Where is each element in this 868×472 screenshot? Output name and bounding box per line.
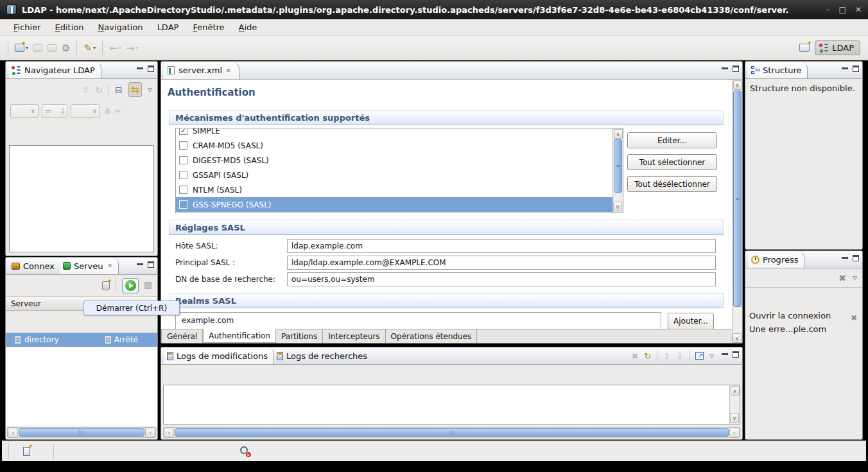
scroll-up-button[interactable]: ∧ [733, 80, 742, 90]
minimize-view-icon[interactable] [137, 263, 143, 266]
scroll-right-button[interactable]: › [729, 428, 740, 437]
view-menu-icon[interactable]: ▽ [709, 353, 714, 359]
annotation-button[interactable]: ✎ ▾ [81, 40, 98, 56]
checkbox[interactable] [179, 171, 187, 179]
search-base-dn-input[interactable] [287, 272, 716, 286]
link-with-editor-toggle[interactable]: ⇆ [128, 82, 142, 97]
minimize-view-icon[interactable] [842, 67, 848, 70]
maximize-view-icon[interactable] [148, 261, 154, 268]
deselect-all-button[interactable]: Tout désélectionner [627, 176, 717, 192]
quick-filter-value-combo[interactable]: ∨ [71, 104, 100, 118]
tab-connexions[interactable]: Connex [9, 258, 60, 274]
editor-vertical-scrollbar[interactable]: ∧ ≡ ∨ [732, 80, 742, 344]
close-tab-icon[interactable]: ✕ [226, 67, 231, 74]
tab-server-xml[interactable]: server.xml ✕ [164, 62, 239, 79]
minimize-window-button[interactable]: – [826, 5, 830, 14]
mechanisms-list[interactable]: ✓SIMPLE CRAM-MD5 (SASL) DIGEST-MD5 (SASL… [175, 128, 623, 213]
clear-filter-icon[interactable]: ✂ [114, 106, 122, 116]
view-menu-icon[interactable]: ▽ [148, 87, 152, 93]
menu-aide[interactable]: Aide [232, 21, 265, 34]
start-server-button[interactable] [122, 278, 139, 293]
older-page-icon[interactable]: ⇧ [663, 351, 670, 361]
scroll-down-button[interactable]: ∨ [730, 413, 739, 423]
select-all-button[interactable]: Tout sélectionner [627, 154, 717, 170]
new-server-icon[interactable] [102, 281, 110, 290]
open-perspective-button[interactable] [799, 44, 810, 52]
mechanism-row[interactable]: CRAM-MD5 (SASL) [176, 138, 623, 153]
checkbox[interactable]: ✓ [179, 128, 187, 135]
ldap-perspective-button[interactable]: LDAP [815, 40, 860, 55]
scrollbar-thumb[interactable]: ||| [175, 428, 729, 437]
tab-navigateur-ldap[interactable]: Navigateur LDAP [9, 62, 101, 78]
servers-horizontal-scrollbar[interactable]: ‹ ||| › [7, 427, 156, 438]
minimize-view-icon[interactable] [137, 67, 143, 70]
scroll-left-button[interactable]: ‹ [8, 428, 18, 437]
new-wizard-button[interactable]: ▾ [12, 42, 31, 54]
checkbox[interactable] [179, 200, 187, 209]
chevron-down-icon[interactable]: ▾ [93, 45, 96, 51]
menu-fenetre[interactable]: Fenêtre [186, 21, 231, 34]
scroll-left-button[interactable]: ‹ [164, 428, 174, 437]
tab-structure[interactable]: Structure [749, 62, 808, 78]
mechanism-row[interactable]: NTLM (SASL) [176, 182, 623, 197]
edit-button[interactable]: Editer... [627, 132, 717, 148]
print-button[interactable] [45, 42, 59, 54]
tab-serveurs[interactable]: Serveu ✕ [60, 258, 119, 274]
mechanism-row-selected[interactable]: GSS-SPNEGO (SASL) [176, 197, 623, 212]
refresh-icon[interactable]: ↻ [644, 351, 651, 361]
realms-list[interactable]: example.com [175, 312, 661, 330]
tab-logs-modifications[interactable]: Logs de modifications [164, 347, 274, 364]
minimize-editor-icon[interactable] [722, 67, 728, 70]
logs-horizontal-scrollbar[interactable]: ‹ ||| › [163, 427, 740, 438]
scrollbar-thumb[interactable]: ≡ [733, 91, 742, 307]
server-row-directory[interactable]: directory Arrêté [6, 333, 157, 347]
hierarchy-filter-icon[interactable]: ⋔ [103, 106, 111, 116]
scroll-right-button[interactable]: › [145, 428, 155, 437]
cancel-job-icon[interactable]: ✖ [851, 313, 857, 322]
collapse-all-icon[interactable]: ⊟ [115, 85, 123, 95]
menu-ldap[interactable]: LDAP [150, 21, 186, 34]
scroll-down-button[interactable]: ∨ [733, 333, 742, 343]
checkbox[interactable] [179, 141, 187, 150]
page-tab-operations-etendues[interactable]: Opérations étendues [386, 329, 478, 343]
maximize-view-icon[interactable] [733, 351, 739, 358]
back-button[interactable]: ← ▾ [107, 40, 124, 56]
scroll-up-button[interactable]: ∧ [731, 386, 740, 396]
menu-fichier[interactable]: Fichier [6, 21, 48, 34]
newer-page-icon[interactable]: ⇩ [676, 351, 683, 361]
clear-logs-icon[interactable]: ✖ [631, 351, 638, 361]
maximize-view-icon[interactable] [853, 255, 859, 261]
checkbox[interactable] [179, 156, 187, 164]
view-menu-icon[interactable]: ▽ [853, 275, 857, 281]
scrollbar-thumb[interactable]: ≡ [614, 139, 622, 193]
checkbox[interactable] [179, 186, 187, 194]
refresh-icon[interactable]: ↻ [95, 85, 103, 95]
page-tab-intercepteurs[interactable]: Intercepteurs [323, 329, 385, 343]
mechanism-row[interactable]: GSSAPI (SASL) [176, 168, 623, 182]
maximize-window-button[interactable]: □ [839, 5, 846, 14]
mechanisms-scrollbar[interactable]: ∧ ≡ ∨ [612, 128, 623, 213]
page-tab-partitions[interactable]: Partitions [276, 329, 323, 343]
background-job-error-icon[interactable]: ✕ [240, 446, 250, 456]
tab-logs-recherches[interactable]: Logs de recherches [274, 347, 373, 364]
export-icon[interactable]: ↗ [695, 352, 704, 360]
close-window-button[interactable]: ✕ [855, 5, 862, 14]
save-button[interactable] [31, 42, 45, 54]
scroll-down-button[interactable]: ∨ [613, 202, 622, 211]
stop-server-icon[interactable] [144, 282, 152, 289]
external-tools-button[interactable]: ⚙ [59, 40, 73, 56]
menu-edition[interactable]: Edition [48, 21, 91, 34]
menu-navigation[interactable]: Navigation [91, 21, 150, 34]
scrollbar-thumb[interactable]: ||| [19, 428, 144, 437]
realm-row[interactable]: example.com [176, 313, 661, 328]
maximize-editor-icon[interactable] [733, 66, 739, 72]
logs-vertical-scrollbar[interactable]: ∧ ∨ [729, 385, 740, 424]
quick-filter-operator-combo[interactable]: =∧∨ [42, 104, 67, 118]
maximize-view-icon[interactable] [853, 66, 859, 72]
remove-all-terminated-icon[interactable]: ✖ [838, 273, 846, 283]
logs-text-area[interactable]: ∧ ∨ [163, 385, 740, 424]
close-tab-icon[interactable]: ✕ [108, 263, 113, 269]
minimize-view-icon[interactable] [722, 353, 728, 356]
maximize-view-icon[interactable] [148, 66, 154, 72]
mechanism-row[interactable]: DIGEST-MD5 (SASL) [176, 153, 623, 168]
